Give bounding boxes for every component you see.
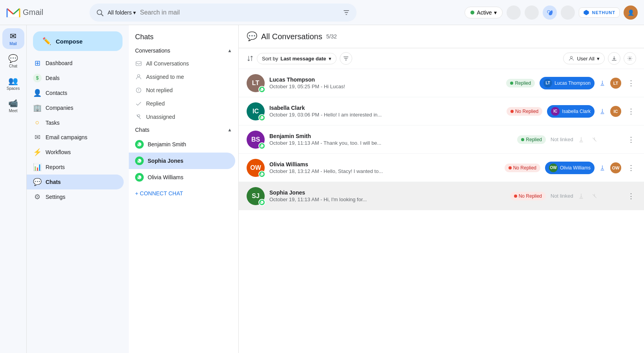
pin-icon[interactable] xyxy=(597,78,608,89)
pin-icon-disabled[interactable] xyxy=(576,191,587,202)
conv-status: No Replied xyxy=(507,107,542,116)
companies-icon: 🏢 xyxy=(33,104,42,112)
svg-rect-5 xyxy=(136,62,141,66)
replied-icon xyxy=(135,100,142,107)
user-filter-button[interactable]: User All ▾ xyxy=(563,53,605,64)
sort-button[interactable]: Sort by Last message date ▾ xyxy=(257,53,337,64)
nav-item-chats[interactable]: 💬 Chats xyxy=(27,175,124,189)
sidebar-item-mail[interactable]: ✉ Mail xyxy=(2,28,24,49)
table-row[interactable]: OW Olivia Williams October 18, 13:12 AM … xyxy=(239,154,644,182)
sort-chevron-icon: ▾ xyxy=(329,56,331,62)
icon-button-1[interactable] xyxy=(507,5,521,20)
active-status-button[interactable]: Active ▾ xyxy=(465,7,503,18)
toolbar: Sort by Last message date ▾ User All ▾ xyxy=(239,48,644,69)
unpin-icon[interactable] xyxy=(589,134,600,145)
conversations-count: 5/32 xyxy=(326,33,337,40)
pin-icon[interactable] xyxy=(597,106,608,117)
more-options-icon[interactable]: ⋮ xyxy=(626,106,636,117)
nethunt-text: NETHUNT xyxy=(592,10,615,15)
mail-icon: ✉ xyxy=(10,31,16,41)
filter-adjust-icon[interactable] xyxy=(342,9,350,16)
icon-button-2[interactable] xyxy=(525,5,539,20)
nav-item-reports[interactable]: 📊 Reports xyxy=(27,160,124,175)
assignee-area: LT Lucas Thompson LT xyxy=(540,77,621,89)
conv-info: Sophia Jones October 19, 11:13 AM - Hi, … xyxy=(269,189,505,202)
chats-section-header[interactable]: Chats ▲ xyxy=(129,124,238,136)
assignee-area: IC Isabella Clark IC xyxy=(547,105,621,118)
conv-info: Lucas Thompson October 19, 05:25 PM - Hi… xyxy=(269,76,501,89)
more-options-icon[interactable]: ⋮ xyxy=(626,162,636,174)
chat-item-benjamin[interactable]: Benjamin Smith xyxy=(129,136,235,153)
chats-panel: Chats Conversations ▲ All Conversations … xyxy=(129,25,239,353)
nav-item-deals[interactable]: $ Deals xyxy=(27,71,124,86)
nav-item-tasks[interactable]: ○ Tasks xyxy=(27,115,124,130)
icon-button-4[interactable] xyxy=(561,5,575,20)
filter-button[interactable] xyxy=(340,52,352,65)
download-button[interactable] xyxy=(608,52,620,65)
unpin-icon[interactable] xyxy=(589,191,600,202)
table-row[interactable]: SJ Sophia Jones October 19, 11:13 AM - H… xyxy=(239,182,644,210)
nav-item-contacts[interactable]: 👤 Contacts xyxy=(27,86,124,100)
nav-item-settings[interactable]: ⚙ Settings xyxy=(27,189,124,204)
main-content: 💬 All Conversations 5/32 Sort by Last me… xyxy=(239,25,644,353)
assignee-chip: OW Olivia Williams xyxy=(545,162,595,174)
chip-avatar: OW xyxy=(549,164,558,172)
table-row[interactable]: IC Isabella Clark October 19, 03:06 PM -… xyxy=(239,97,644,126)
sidebar-item-meet[interactable]: 📹 Meet xyxy=(2,95,24,116)
chats-chevron: ▲ xyxy=(227,127,232,133)
connect-chat-button[interactable]: + CONNECT CHAT xyxy=(129,186,238,201)
conv-not-replied[interactable]: Not replied xyxy=(129,84,238,97)
avatar-container: SJ xyxy=(247,187,265,205)
spaces-icon: 👥 xyxy=(8,76,18,86)
more-options-icon[interactable]: ⋮ xyxy=(626,77,636,89)
more-options-icon[interactable]: ⋮ xyxy=(626,190,636,202)
svg-point-9 xyxy=(138,91,139,92)
svg-point-11 xyxy=(137,115,140,117)
svg-point-6 xyxy=(137,75,140,77)
table-row[interactable]: LT Lucas Thompson October 19, 05:25 PM -… xyxy=(239,69,644,97)
page-title: All Conversations xyxy=(261,32,322,41)
status-label: Replied xyxy=(526,137,542,142)
settings-gear-button[interactable] xyxy=(624,52,636,65)
whatsapp-badge xyxy=(258,142,265,149)
conv-name: Olivia Williams xyxy=(269,161,500,167)
folder-selector[interactable]: All folders ▾ xyxy=(108,9,136,16)
more-options-icon[interactable]: ⋮ xyxy=(626,134,636,146)
search-input[interactable] xyxy=(140,9,338,16)
content-title-area: 💬 All Conversations 5/32 xyxy=(247,31,337,42)
conv-assigned[interactable]: Assigned to me xyxy=(129,70,238,84)
nav-item-dashboard[interactable]: ⊞ Dashboard xyxy=(27,56,124,71)
pin-icon-disabled[interactable] xyxy=(576,134,587,145)
conv-all[interactable]: All Conversations xyxy=(129,57,238,70)
status-badge: No Replied xyxy=(507,107,542,116)
conversations-chevron: ▲ xyxy=(227,48,232,53)
conv-replied[interactable]: Replied xyxy=(129,97,238,110)
active-label: Active xyxy=(477,9,492,16)
nav-item-workflows[interactable]: ⚡ Workflows xyxy=(27,145,124,160)
nethunt-bird-icon-btn[interactable] xyxy=(543,5,557,20)
sidebar-item-chat[interactable]: 💬 Chat xyxy=(2,51,24,71)
chip-avatar: LT xyxy=(543,79,552,87)
nav-item-companies[interactable]: 🏢 Companies xyxy=(27,100,124,115)
conversations-section-header[interactable]: Conversations ▲ xyxy=(129,44,238,57)
sidebar-item-spaces[interactable]: 👥 Spaces xyxy=(2,73,24,94)
conv-unassigned[interactable]: Unassigned xyxy=(129,110,238,124)
pencil-icon: ✏️ xyxy=(42,37,51,45)
chat-icon: 💬 xyxy=(8,54,18,63)
gmail-text-label: Gmail xyxy=(23,8,43,17)
compose-button[interactable]: ✏️ Compose xyxy=(33,31,123,51)
nav-item-email-campaigns[interactable]: ✉ Email campaigns xyxy=(27,130,124,145)
search-bar[interactable]: All folders ▾ xyxy=(90,4,357,22)
user-avatar[interactable]: 👤 xyxy=(624,5,638,20)
pin-icon[interactable] xyxy=(597,162,608,173)
chat-item-olivia[interactable]: Olivia Williams xyxy=(129,169,235,186)
bird-icon xyxy=(546,9,553,16)
table-row[interactable]: BS Benjamin Smith October 19, 11:13 AM -… xyxy=(239,126,644,154)
conv-preview: October 19, 11:13 AM - Thank you, too. I… xyxy=(269,140,512,146)
main-area: ✉ Mail 💬 Chat 👥 Spaces 📹 Meet ✏️ Compose… xyxy=(0,25,644,353)
svg-line-1 xyxy=(101,14,103,16)
status-dot xyxy=(514,195,517,198)
nethunt-badge[interactable]: NETHUNT xyxy=(579,7,620,18)
user-filter-icon xyxy=(568,55,574,62)
chat-item-sophia[interactable]: Sophia Jones xyxy=(129,153,235,169)
